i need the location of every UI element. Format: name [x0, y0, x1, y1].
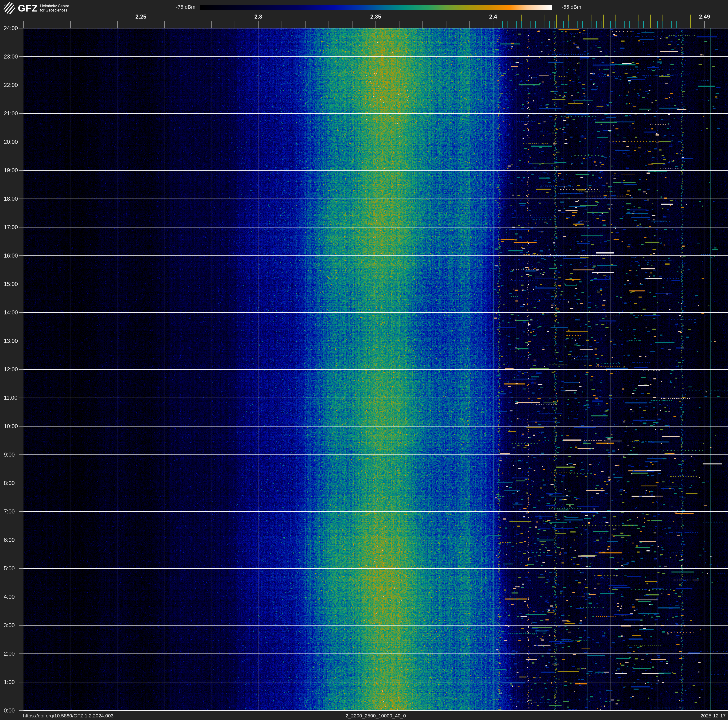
- footer-dataset-id: 2_2200_2500_10000_40_0: [23, 713, 728, 718]
- freq-axis-label: 2.3: [254, 14, 262, 20]
- time-axis-label: 3:00: [4, 622, 15, 629]
- freq-axis-label: 2.49: [699, 14, 710, 20]
- logo-name-text: Helmholtz Centre for Geosciences: [40, 4, 69, 12]
- freq-axis-label: 2.4: [489, 14, 497, 20]
- logo-name-line1: Helmholtz Centre: [40, 4, 69, 8]
- freq-axis-label: 2.35: [370, 14, 381, 20]
- logo-org-text: GFZ: [18, 2, 38, 14]
- time-axis-label: 15:00: [4, 281, 18, 287]
- time-axis-label: 24:00: [4, 25, 18, 32]
- colorbar-min-label: -75 dBm: [153, 4, 196, 10]
- logo-name-line2: for Geosciences: [40, 8, 69, 12]
- time-axis-label: 14:00: [4, 309, 18, 316]
- spectrogram-canvas: [0, 0, 728, 720]
- time-axis-label: 11:00: [4, 395, 17, 401]
- time-axis-label: 17:00: [4, 224, 18, 231]
- time-axis-label: 16:00: [4, 252, 18, 259]
- time-axis-label: 19:00: [4, 167, 18, 174]
- time-axis-label: 18:00: [4, 196, 18, 202]
- time-axis-label: 6:00: [4, 537, 15, 543]
- colorbar-gradient: [200, 5, 552, 10]
- spectrogram-app: GFZ Helmholtz Centre for Geosciences -75…: [0, 0, 728, 720]
- time-axis-label: 9:00: [4, 451, 15, 458]
- freq-axis-label: 2.25: [136, 14, 147, 20]
- time-axis-label: 4:00: [4, 594, 15, 600]
- time-axis-label: 1:00: [4, 679, 15, 685]
- colorbar-max-label: -55 dBm: [562, 4, 581, 10]
- gfz-logo: GFZ Helmholtz Centre for Geosciences: [3, 2, 69, 14]
- footer-date: 2025-12-17: [700, 713, 726, 718]
- time-axis-label: 7:00: [4, 508, 15, 515]
- time-axis-label: 13:00: [4, 338, 18, 344]
- time-axis-label: 0:00: [4, 707, 15, 714]
- time-axis-label: 23:00: [4, 54, 18, 60]
- time-axis-label: 12:00: [4, 366, 18, 373]
- time-axis-label: 5:00: [4, 565, 15, 572]
- time-axis-label: 20:00: [4, 139, 18, 145]
- time-axis-label: 8:00: [4, 480, 15, 486]
- gfz-logo-icon: [3, 2, 15, 14]
- time-axis-label: 10:00: [4, 423, 18, 430]
- time-axis-label: 21:00: [4, 110, 18, 117]
- time-axis-label: 2:00: [4, 650, 15, 657]
- time-axis-label: 22:00: [4, 82, 18, 88]
